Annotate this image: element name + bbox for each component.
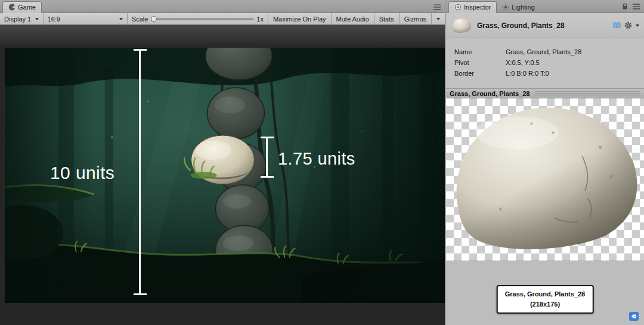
lock-icon[interactable] [621,3,628,10]
gizmos-dropdown[interactable]: Gizmos [399,13,431,24]
viewport-letterbox-top [0,25,445,48]
property-value: Grass, Ground, Plants_28 [506,48,581,55]
sprite-caption-size: (218x175) [505,299,586,309]
display-dropdown[interactable]: Display 1 [0,13,44,24]
game-tab-icon [8,4,16,11]
game-toolbar: Display 1 16:9 Scale 1x Maximize On Play [0,13,445,25]
asset-title: Grass, Ground, Plants_28 [477,21,608,30]
property-label: Pivot [454,59,506,66]
chevron-down-icon [35,18,39,20]
scale-slider-track [151,18,253,20]
gear-dropdown-arrow-icon[interactable] [636,24,639,27]
asset-thumbnail-rock [451,17,472,34]
tab-inspector[interactable]: Inspector [448,1,497,13]
sprite-preview [446,98,644,261]
maximize-on-play-label: Maximize On Play [273,16,326,23]
gizmos-overflow-dropdown[interactable] [431,13,445,24]
unity-editor-window: Game Display 1 16:9 Scale [0,0,644,325]
preview-drag-handle[interactable] [535,91,641,97]
stats-label: Stats [379,16,394,23]
gizmos-label: Gizmos [404,16,426,23]
inspector-tab-label: Inspector [464,4,491,11]
property-label: Border [454,70,506,77]
sprite-caption-box: Grass, Ground, Plants_28 (218x175) [497,285,594,314]
display-dropdown-label: Display 1 [4,16,31,23]
sprite-caption-name: Grass, Ground, Plants_28 [505,289,586,299]
property-value: L:0 B:0 R:0 T:0 [506,70,549,77]
tab-game[interactable]: Game [2,1,42,13]
chevron-down-icon [119,18,123,20]
sprite-properties: Name Grass, Ground, Plants_28 Pivot X:0.… [446,38,644,88]
scale-control: Scale 1x [128,13,268,24]
aspect-ratio-dropdown[interactable]: 16:9 [44,13,128,24]
game-panel: Game Display 1 16:9 Scale [0,0,445,325]
asset-thumbnail [451,16,472,36]
chevron-down-icon [436,18,440,20]
lighting-tab-label: Lighting [512,4,535,11]
property-row-pivot: Pivot X:0.5, Y:0.5 [454,57,644,68]
property-row-border: Border L:0 B:0 R:0 T:0 [454,68,644,79]
stats-button[interactable]: Stats [374,13,399,24]
measure-short-line [266,138,268,176]
scale-slider[interactable] [151,16,253,23]
scale-label: Scale [132,16,148,23]
measure-long-line [139,50,141,293]
scale-value: 1x [256,16,264,23]
game-tab-label: Game [18,4,36,11]
preview-header-title: Grass, Ground, Plants_28 [450,90,530,97]
measure-short-cap-bottom [261,176,274,178]
sprite-tag-icon[interactable] [629,312,639,321]
sprite-image [446,100,644,259]
mute-audio-label: Mute Audio [336,16,369,23]
asset-header: Grass, Ground, Plants_28 [446,13,644,38]
aspect-ratio-label: 16:9 [48,16,60,23]
property-value: X:0.5, Y:0.5 [506,59,540,66]
property-row-name: Name Grass, Ground, Plants_28 [454,47,644,57]
inspector-pane-menu-icon[interactable] [633,4,640,10]
mute-audio-button[interactable]: Mute Audio [331,13,374,24]
tab-lighting[interactable]: Lighting [497,1,540,13]
inspector-panel: Inspector Lighting [446,0,644,325]
game-scene: 10 units 1.75 units [5,48,445,303]
preview-footer: Grass, Ground, Plants_28 (218x175) [446,261,644,325]
measure-long-cap-bottom [134,293,147,295]
preview-header[interactable]: Grass, Ground, Plants_28 [446,88,644,98]
gear-icon[interactable] [624,21,632,29]
maximize-on-play-button[interactable]: Maximize On Play [268,13,331,24]
sun-icon [502,4,509,11]
open-asset-book-icon[interactable] [613,22,621,29]
game-tabstrip: Game [0,0,445,13]
inspector-tab-icon [454,4,462,11]
measure-long-label: 10 units [50,163,114,183]
property-label: Name [454,48,506,55]
game-viewport: 10 units 1.75 units [0,25,445,325]
game-pane-menu-icon[interactable] [434,4,441,10]
inspector-tabstrip: Inspector Lighting [446,0,644,13]
measure-short-label: 1.75 units [278,149,355,169]
scale-slider-knob[interactable] [151,16,157,22]
